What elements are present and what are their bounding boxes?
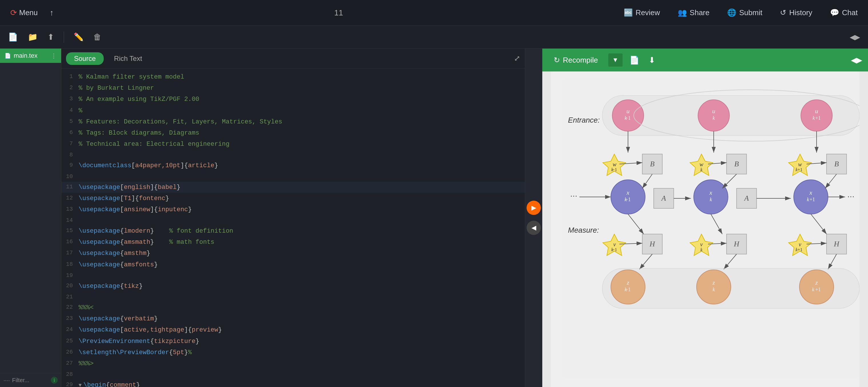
code-line-1: 1 % Kalman filter system model [61, 71, 525, 83]
file-item-main-tex[interactable]: 📄 main.tex ⋮ [0, 49, 61, 63]
code-line-15: 15 \usepackage{lmodern} % font definitio… [61, 226, 525, 237]
delete-icon[interactable]: 🗑 [91, 30, 104, 44]
svg-text:k: k [700, 167, 703, 172]
code-line-12: 12 \usepackage[T1]{fontenc} [61, 193, 525, 204]
svg-text:Entrance:: Entrance: [568, 116, 600, 124]
review-button[interactable]: 🔤 Review [619, 6, 664, 20]
submit-button[interactable]: 🌐 Submit [722, 6, 767, 20]
code-line-13: 13 \usepackage[ansinew]{inputenc} [61, 204, 525, 215]
review-icon: 🔤 [624, 8, 633, 17]
svg-text:x: x [709, 189, 712, 196]
share-icon: 👥 [678, 8, 687, 17]
code-line-20: 20 \usepackage{tikz} [61, 281, 525, 292]
menu-button[interactable]: ⟳ Menu [6, 6, 42, 20]
code-line-18: 18 \usepackage{amsfonts} [61, 259, 525, 270]
collapse-triangle-29[interactable]: ▼ [79, 380, 84, 387]
svg-text:···: ··· [570, 191, 577, 200]
file-name: main.tex [14, 52, 48, 59]
upload-icon[interactable]: ⬆ [45, 30, 56, 44]
svg-text:H: H [649, 240, 655, 248]
nav-actions: 🔤 Review 👥 Share 🌐 Submit ↺ History 💬 Ch… [619, 6, 862, 20]
preview-content: Entrance: Measure: u k −1 u k [542, 71, 868, 387]
svg-text:H: H [734, 240, 740, 248]
code-line-9: 9 \documentclass[a4paper,10pt]{article} [61, 160, 525, 171]
collapse-preview-icon[interactable]: ◀▶ [851, 56, 862, 65]
kalman-diagram-svg: Entrance: Measure: u k −1 u k [562, 78, 860, 379]
chat-icon: 💬 [830, 8, 839, 17]
filter-label: Filter... [12, 377, 29, 384]
code-line-8: 8 [61, 150, 525, 160]
svg-text:v: v [613, 241, 616, 247]
file-icon: 📄 [5, 53, 11, 59]
svg-rect-15 [602, 95, 860, 136]
page-number: 11 [58, 8, 619, 18]
code-line-19: 19 [61, 270, 525, 281]
code-line-17: 17 \usepackage{amsthm} [61, 248, 525, 259]
preview-download-icon[interactable]: ⬇ [646, 53, 657, 67]
submit-icon: 🌐 [727, 8, 736, 17]
menu-label: Menu [19, 8, 38, 17]
svg-text:B: B [650, 160, 655, 168]
svg-text:w: w [613, 161, 617, 168]
code-line-6: 6 % Tags: Block diagrams, Diagrams [61, 127, 525, 139]
code-line-29: 29 ▼ \begin{comment} [61, 380, 525, 387]
arrow-right-button[interactable]: ▶ [527, 201, 541, 215]
svg-text:k: k [807, 197, 809, 202]
file-panel: 📄 main.tex ⋮ ···· Filter... ℹ [0, 49, 61, 387]
code-line-4: 4 % [61, 105, 525, 116]
svg-text:A: A [744, 194, 749, 202]
code-line-21: 21 [61, 292, 525, 302]
filter-dots: ···· [3, 377, 10, 384]
chat-button[interactable]: 💬 Chat [826, 6, 862, 20]
code-line-10: 10 [61, 172, 525, 182]
svg-text:+1: +1 [809, 197, 815, 202]
svg-text:−1: −1 [612, 247, 617, 252]
recompile-dropdown[interactable]: ▼ [608, 54, 623, 67]
svg-text:−1: −1 [612, 167, 617, 172]
svg-text:k: k [700, 247, 703, 252]
file-panel-footer: ···· Filter... ℹ [0, 373, 61, 387]
svg-text:w: w [798, 161, 802, 168]
recompile-icon: ↻ [554, 56, 560, 65]
file-options-icon[interactable]: ⋮ [51, 52, 57, 59]
code-line-22: 22 %%%< [61, 302, 525, 313]
open-folder-icon[interactable]: 📁 [25, 30, 40, 44]
arrow-panel: ▶ ◀ [525, 49, 542, 387]
history-button[interactable]: ↺ History [775, 6, 817, 20]
code-line-27: 27 %%%> [61, 358, 525, 369]
top-navigation: ⟳ Menu ↑ 11 🔤 Review 👥 Share 🌐 Submit ↺ … [0, 0, 868, 26]
new-file-icon[interactable]: 📄 [6, 30, 20, 44]
preview-toolbar: ↻ Recompile ▼ 📄 ⬇ ◀▶ [542, 49, 868, 71]
arrow-left-button[interactable]: ◀ [527, 221, 541, 235]
svg-text:···: ··· [847, 191, 854, 201]
filter-info-icon[interactable]: ℹ [51, 377, 58, 384]
back-icon: ↑ [50, 8, 54, 18]
expand-editor-icon[interactable]: ⤢ [514, 54, 520, 63]
code-editor[interactable]: 1 % Kalman filter system model 2 % by Bu… [61, 68, 525, 387]
svg-text:x: x [626, 189, 629, 196]
svg-text:−1: −1 [625, 197, 630, 202]
code-line-11: 11 \usepackage[english]{babel} [61, 182, 525, 193]
recompile-button[interactable]: ↻ Recompile [548, 53, 604, 67]
edit-icon[interactable]: ✏️ [71, 30, 86, 44]
back-button[interactable]: ↑ [45, 6, 58, 20]
collapse-right-icon[interactable]: ◀▶ [847, 31, 862, 43]
svg-text:k: k [710, 197, 712, 202]
filter-line: ···· Filter... ℹ [3, 377, 58, 384]
code-line-24: 24 \usepackage[active,tightpage]{preview… [61, 324, 525, 335]
editor-panel: Source Rich Text ⤢ 1 % Kalman filter sys… [61, 49, 525, 387]
main-content: 📄 main.tex ⋮ ···· Filter... ℹ Source Ric… [0, 49, 868, 387]
history-icon: ↺ [780, 8, 786, 17]
code-line-26: 26 \setlength\PreviewBorder{5pt}% [61, 347, 525, 358]
tab-richtext[interactable]: Rich Text [106, 52, 150, 65]
svg-text:x: x [809, 189, 812, 196]
code-line-28: 28 [61, 369, 525, 380]
svg-text:w: w [700, 161, 704, 168]
share-button[interactable]: 👥 Share [673, 6, 714, 20]
svg-text:H: H [834, 240, 840, 248]
preview-panel: ↻ Recompile ▼ 📄 ⬇ ◀▶ Entrance: Meas [542, 49, 868, 387]
tab-source[interactable]: Source [66, 52, 104, 65]
svg-text:v: v [700, 241, 703, 247]
svg-rect-100 [602, 268, 860, 308]
preview-doc-icon[interactable]: 📄 [627, 53, 642, 67]
